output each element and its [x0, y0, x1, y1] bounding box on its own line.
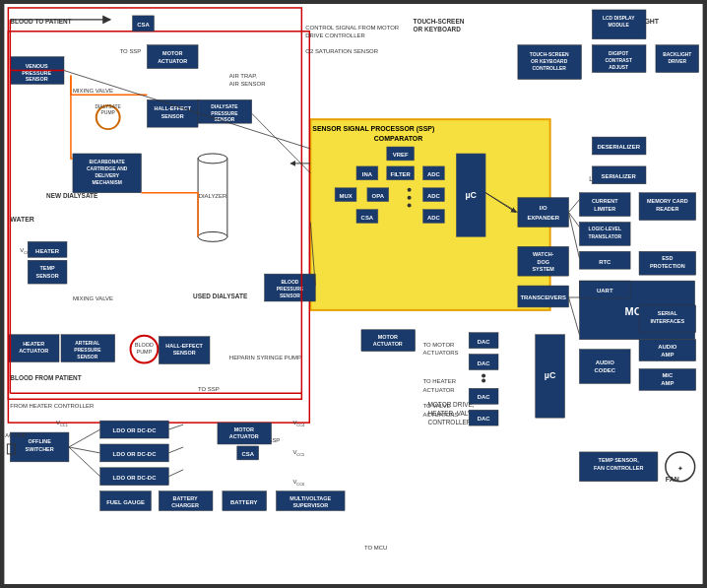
svg-text:MIXING VALVE: MIXING VALVE — [73, 295, 113, 301]
svg-text:DAC: DAC — [478, 416, 491, 422]
svg-text:µC: µC — [465, 190, 477, 200]
svg-text:DAC: DAC — [478, 360, 491, 366]
svg-text:AC LINE: AC LINE — [5, 432, 27, 438]
svg-text:OFFLINE: OFFLINE — [28, 438, 51, 444]
svg-text:DRIVER: DRIVER — [668, 59, 686, 64]
svg-text:DIALYSATE: DIALYSATE — [211, 104, 238, 109]
svg-text:CODEC: CODEC — [595, 367, 616, 373]
svg-text:AMP: AMP — [661, 352, 674, 358]
svg-text:BICARBONATE: BICARBONATE — [90, 160, 126, 164]
svg-text:HALL-EFFECT: HALL-EFFECT — [165, 343, 203, 349]
svg-text:MIXING VALVE: MIXING VALVE — [73, 88, 113, 94]
svg-text:HEATER: HEATER — [35, 248, 60, 254]
svg-text:TO SSP: TO SSP — [198, 386, 220, 392]
svg-text:SERIAL: SERIAL — [658, 310, 678, 316]
svg-text:O2 SATURATION SENSOR: O2 SATURATION SENSOR — [305, 48, 378, 54]
svg-text:DIALYZER: DIALYZER — [199, 193, 227, 199]
svg-text:DAC: DAC — [478, 394, 491, 400]
svg-text:ADJUST: ADJUST — [609, 65, 628, 70]
svg-text:VENOUS: VENOUS — [26, 63, 48, 69]
svg-text:CONTROL SIGNAL FROM MOTOR: CONTROL SIGNAL FROM MOTOR — [305, 25, 399, 31]
svg-text:CONTROLLER: CONTROLLER — [532, 66, 566, 71]
svg-text:CONTROLLER: CONTROLLER — [427, 419, 471, 425]
svg-text:MODULE: MODULE — [608, 23, 629, 28]
svg-text:UART: UART — [597, 288, 613, 294]
svg-point-69 — [198, 154, 227, 163]
svg-point-70 — [198, 231, 227, 241]
svg-text:BACKLIGHT: BACKLIGHT — [663, 52, 691, 57]
svg-text:ADC: ADC — [427, 215, 441, 221]
svg-text:BLOOD FROM PATIENT: BLOOD FROM PATIENT — [10, 374, 81, 381]
svg-text:SENSOR: SENSOR — [173, 350, 196, 356]
svg-text:MOTOR: MOTOR — [378, 334, 398, 340]
svg-text:AIR SENSOR: AIR SENSOR — [229, 81, 266, 87]
svg-text:TO HEATER: TO HEATER — [423, 378, 457, 384]
svg-text:AUDIO: AUDIO — [658, 344, 677, 350]
svg-text:DIGIPOT: DIGIPOT — [609, 51, 628, 56]
svg-rect-175 — [579, 350, 630, 384]
svg-text:RTC: RTC — [599, 259, 611, 265]
svg-text:SUPERVISOR: SUPERVISOR — [292, 502, 328, 508]
svg-text:EXPANDER: EXPANDER — [527, 215, 559, 221]
svg-text:OPA: OPA — [372, 193, 385, 199]
svg-text:TOUCH-SCREEN: TOUCH-SCREEN — [414, 18, 465, 25]
svg-text:LCD DISPLAY: LCD DISPLAY — [603, 16, 635, 21]
svg-text:ACTUATOR: ACTUATOR — [373, 341, 403, 347]
svg-text:FUEL GAUGE: FUEL GAUGE — [106, 499, 145, 505]
svg-text:ADC: ADC — [427, 171, 441, 177]
svg-text:CHARGER: CHARGER — [171, 502, 199, 508]
svg-text:CSA: CSA — [241, 451, 254, 457]
svg-text:PROTECTION: PROTECTION — [650, 263, 685, 269]
svg-text:DAC: DAC — [478, 339, 491, 345]
svg-text:WATER: WATER — [10, 216, 34, 223]
svg-text:DIALYSATE: DIALYSATE — [95, 104, 121, 109]
svg-text:µC: µC — [545, 370, 556, 380]
svg-text:BLOOD: BLOOD — [135, 342, 154, 348]
svg-text:MOTOR: MOTOR — [162, 50, 182, 56]
blood-to-patient-label: BLOOD TO PATIENT — [10, 18, 71, 25]
svg-text:SWITCHER: SWITCHER — [26, 446, 54, 452]
diagram-container: SENSOR SIGNAL PROCESSOR (SSP) COMPARATOR… — [0, 0, 707, 588]
svg-text:LDO OR DC-DC: LDO OR DC-DC — [113, 451, 158, 457]
svg-text:CSA: CSA — [361, 215, 374, 221]
svg-text:SENSOR: SENSOR — [36, 273, 59, 279]
svg-text:ARTERIAL: ARTERIAL — [75, 341, 99, 346]
svg-text:BLOOD: BLOOD — [281, 280, 298, 285]
svg-text:PUMP: PUMP — [101, 110, 116, 115]
svg-text:CARTRIDGE AND: CARTRIDGE AND — [87, 166, 128, 171]
block-diagram: SENSOR SIGNAL PROCESSOR (SSP) COMPARATOR… — [2, 2, 705, 586]
svg-text:SENSOR: SENSOR — [26, 76, 48, 82]
svg-text:TRANSLATOR: TRANSLATOR — [588, 234, 621, 239]
svg-text:CONTRAST: CONTRAST — [605, 58, 632, 63]
svg-text:COMPARATOR: COMPARATOR — [374, 135, 422, 142]
svg-text:ACTUATORS: ACTUATORS — [423, 350, 459, 356]
svg-text:ACTUATOR: ACTUATOR — [229, 433, 259, 439]
svg-text:INTERFACES: INTERFACES — [651, 318, 685, 324]
svg-text:AIR TRAP,: AIR TRAP, — [229, 73, 258, 79]
svg-text:DRIVE CONTROLLER: DRIVE CONTROLLER — [305, 33, 365, 38]
svg-text:USED DIALYSATE: USED DIALYSATE — [193, 293, 248, 299]
svg-point-218 — [482, 373, 485, 377]
svg-text:PRESSURE: PRESSURE — [211, 111, 238, 116]
svg-text:AMP: AMP — [661, 380, 674, 386]
svg-text:TOUCH-SCREEN: TOUCH-SCREEN — [530, 52, 569, 57]
svg-text:MIC: MIC — [662, 372, 674, 378]
svg-text:LIMITER: LIMITER — [594, 206, 615, 212]
svg-text:OR KEYBOARD: OR KEYBOARD — [531, 59, 568, 64]
svg-text:SYSTEM: SYSTEM — [532, 266, 554, 272]
svg-text:TO MOTOR: TO MOTOR — [423, 342, 455, 348]
svg-text:HALL-EFFECT: HALL-EFFECT — [154, 105, 191, 111]
svg-text:FROM HEATER CONTROLLER: FROM HEATER CONTROLLER — [10, 403, 95, 409]
svg-text:PRESSURE: PRESSURE — [74, 348, 101, 353]
svg-text:DOG: DOG — [537, 259, 548, 265]
svg-text:TO SSP: TO SSP — [120, 48, 142, 54]
svg-text:MEMORY CARD: MEMORY CARD — [647, 198, 688, 204]
svg-rect-143 — [518, 198, 569, 228]
svg-text:FILTER: FILTER — [391, 171, 412, 177]
svg-text:PUMP: PUMP — [137, 349, 153, 355]
svg-point-219 — [482, 378, 485, 382]
svg-point-123 — [408, 196, 412, 200]
svg-text:ADC: ADC — [427, 193, 441, 199]
svg-text:DESERIALIZER: DESERIALIZER — [597, 144, 640, 150]
svg-text:DELIVERY: DELIVERY — [95, 173, 119, 178]
